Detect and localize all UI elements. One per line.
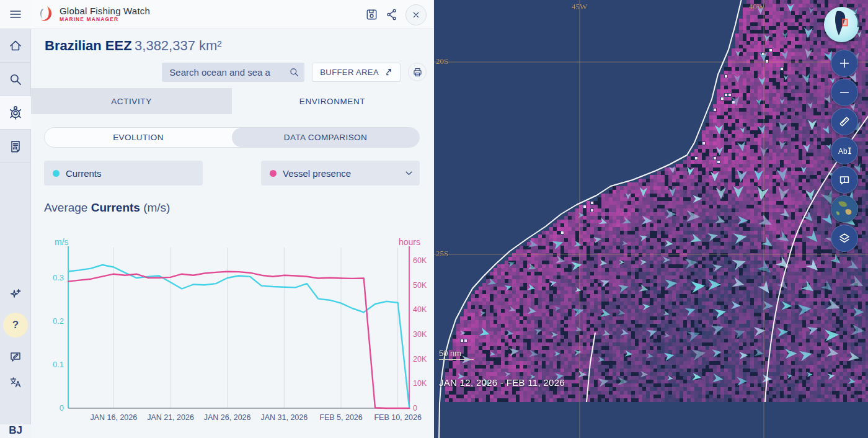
- highlights-button[interactable]: [8, 287, 23, 302]
- svg-text:60K: 60K: [413, 256, 427, 265]
- chevron-down-icon: [404, 169, 414, 178]
- svg-text:FEB 10, 2026: FEB 10, 2026: [374, 413, 421, 422]
- layers-icon: [838, 231, 851, 245]
- share-button[interactable]: [385, 7, 399, 22]
- tab-activity[interactable]: ACTIVITY: [31, 88, 232, 114]
- search-icon: [7, 71, 24, 87]
- home-icon: [7, 38, 24, 54]
- zoom-in-button[interactable]: [831, 50, 858, 77]
- map-canvas[interactable]: [434, 0, 868, 438]
- language-icon: [8, 375, 23, 390]
- buffer-area-button[interactable]: BUFFER AREA: [312, 63, 401, 82]
- sidebar-rail: ? BJ: [0, 0, 31, 438]
- svg-text:hours: hours: [399, 238, 420, 247]
- map-container: 45W 40W 20S 25S 50 nm JAN 12, 2026 - FEB…: [434, 0, 868, 438]
- svg-text:10K: 10K: [413, 379, 427, 388]
- map-controls: Ab: [831, 50, 858, 252]
- sidebar-bottom-group: ?: [0, 287, 31, 390]
- close-icon: [410, 9, 422, 20]
- satellite-globe-icon: [831, 195, 857, 223]
- vessel-presence-color-dot: [270, 170, 277, 177]
- comparison-chart: m/shours00.10.20.3010K20K30K40K50K60KJAN…: [43, 238, 433, 431]
- longitude-label-45w: 45W: [572, 2, 587, 12]
- svg-text:0.1: 0.1: [53, 360, 64, 369]
- save-icon: [365, 7, 379, 22]
- zoom-out-button[interactable]: [831, 79, 858, 106]
- search-input[interactable]: [162, 63, 304, 82]
- map-scale: 50 nm: [439, 349, 474, 360]
- svg-text:Ab: Ab: [838, 147, 848, 156]
- measure-button[interactable]: [831, 108, 858, 135]
- svg-text:20K: 20K: [413, 355, 427, 364]
- longitude-label-40w: 40W: [749, 2, 764, 12]
- text-annotation-icon: Ab: [836, 144, 852, 158]
- currents-color-dot: [53, 170, 60, 177]
- chart-title: Average Currents (m/s): [44, 201, 170, 215]
- svg-text:30K: 30K: [413, 330, 427, 339]
- turtle-icon: [7, 104, 24, 122]
- sidebar-item-search[interactable]: [0, 63, 31, 96]
- panel-header: Global Fishing Watch MARINE MANAGER: [31, 0, 433, 29]
- main-tabs: ACTIVITY ENVIRONMENT: [31, 88, 433, 114]
- subtab-data-comparison[interactable]: DATA COMPARISON: [232, 128, 419, 147]
- print-button[interactable]: [408, 63, 427, 81]
- report-icon: [7, 138, 24, 154]
- ruler-icon: [838, 115, 851, 128]
- brand-name: Global Fishing Watch: [60, 6, 150, 16]
- mini-globe[interactable]: [824, 7, 859, 42]
- print-icon: [412, 66, 423, 78]
- map-date-range: JAN 12, 2026 - FEB 11, 2026: [439, 377, 565, 388]
- svg-text:m/s: m/s: [55, 238, 69, 247]
- header-actions: [365, 0, 427, 29]
- menu-icon[interactable]: [0, 0, 31, 29]
- help-icon: ?: [12, 319, 19, 331]
- map-feedback-button[interactable]: [831, 166, 858, 194]
- svg-text:JAN 26, 2026: JAN 26, 2026: [204, 413, 251, 422]
- map-report-icon: [838, 173, 851, 187]
- area-value: 3,382,337 km²: [135, 38, 222, 53]
- plus-icon: [838, 56, 851, 70]
- annotate-button[interactable]: Ab: [831, 137, 858, 164]
- search-row: BUFFER AREA: [31, 62, 433, 82]
- gfw-logo[interactable]: Global Fishing Watch MARINE MANAGER: [31, 5, 150, 24]
- tab-environment[interactable]: ENVIRONMENT: [232, 88, 433, 114]
- svg-text:JAN 31, 2026: JAN 31, 2026: [260, 413, 308, 422]
- svg-text:JAN 16, 2026: JAN 16, 2026: [90, 413, 137, 422]
- search-icon: [288, 66, 300, 78]
- svg-text:0.3: 0.3: [53, 273, 64, 282]
- subtab-evolution[interactable]: EVOLUTION: [45, 128, 232, 147]
- sparkles-icon: [8, 287, 23, 302]
- language-button[interactable]: [8, 375, 23, 390]
- svg-text:FEB 5, 2026: FEB 5, 2026: [319, 413, 363, 422]
- dataset-selector-row: Currents Vessel presence: [44, 161, 420, 185]
- dataset-selector-currents[interactable]: Currents: [44, 161, 203, 185]
- svg-text:0.2: 0.2: [53, 316, 64, 326]
- environment-subtabs: EVOLUTION DATA COMPARISON: [44, 127, 420, 148]
- sidebar-item-marine-manager[interactable]: [0, 96, 31, 130]
- feedback-button[interactable]: [8, 349, 23, 364]
- workspace-title-row: Brazilian EEZ 3,382,337 km²: [31, 29, 433, 54]
- app-root: ? BJ: [0, 0, 868, 438]
- svg-text:JAN 21, 2026: JAN 21, 2026: [147, 413, 194, 422]
- share-icon: [385, 7, 399, 22]
- sidebar-item-reports[interactable]: [0, 130, 31, 163]
- close-panel-button[interactable]: [405, 4, 427, 25]
- latitude-label-25s: 25S: [436, 249, 448, 259]
- svg-text:40K: 40K: [413, 305, 427, 314]
- svg-text:0: 0: [413, 404, 417, 413]
- save-workspace-button[interactable]: [365, 7, 379, 22]
- minus-icon: [838, 86, 851, 99]
- page-title: Brazilian EEZ: [45, 38, 132, 53]
- svg-text:0: 0: [60, 403, 64, 413]
- latitude-label-20s: 20S: [436, 56, 448, 66]
- sidebar-item-home[interactable]: [0, 29, 31, 63]
- side-panel: Global Fishing Watch MARINE MANAGER Braz…: [31, 0, 433, 438]
- layers-button[interactable]: [831, 225, 858, 252]
- svg-text:50K: 50K: [413, 281, 427, 290]
- dataset-selector-vessel-presence[interactable]: Vessel presence: [261, 161, 420, 185]
- help-button[interactable]: ?: [3, 313, 28, 337]
- user-avatar-initials[interactable]: BJ: [0, 424, 31, 438]
- feedback-icon: [8, 349, 23, 364]
- basemap-button[interactable]: [831, 195, 858, 223]
- globe-icon: [824, 7, 859, 42]
